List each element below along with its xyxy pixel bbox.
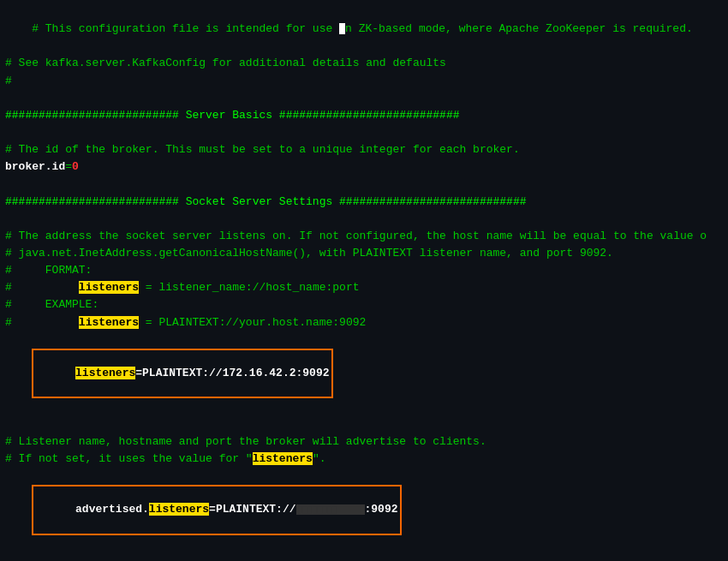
line-1-text2: n ZK-based mode, where Apache ZooKeeper … (345, 22, 693, 35)
highlight-listeners-2: listeners (79, 316, 139, 329)
line-6 (0, 124, 728, 141)
line-7: # The id of the broker. This must be set… (0, 141, 728, 158)
code-editor[interactable]: # This configuration file is intended fo… (0, 0, 728, 561)
line-8: broker.id=0 (0, 158, 728, 176)
line-11 (0, 211, 728, 228)
line-4 (0, 90, 728, 107)
line-5-section: ########################## Server Basics… (0, 107, 728, 124)
equals-sign: =PLAINTEXT://172.16.42.2:9092 (135, 367, 329, 379)
line-16: # EXAMPLE: (0, 296, 728, 313)
highlight-listeners-3: listeners (75, 367, 135, 379)
line-15: # listeners = listener_name://host_name:… (0, 279, 728, 296)
line-2: # See kafka.server.KafkaConfig for addit… (0, 55, 728, 72)
line-1-text: # This configuration file is intended fo… (32, 22, 339, 35)
line-9 (0, 176, 728, 193)
line-19 (0, 416, 728, 433)
line-23 (0, 552, 728, 561)
line-10-section: ########################## Socket Server… (0, 194, 728, 211)
highlight-listeners-1: listeners (79, 281, 139, 294)
line-17: # listeners = PLAINTEXT://your.host.name… (0, 314, 728, 331)
line-20: # Listener name, hostname and port the b… (0, 433, 728, 451)
listeners-property-box: listeners=PLAINTEXT://172.16.42.2:9092 (32, 349, 332, 399)
prop-val-broker: 0 (72, 160, 79, 173)
advertised-listeners-property-box: advertised.listeners=PLAINTEXT://███████… (32, 485, 401, 535)
line-18: listeners=PLAINTEXT://172.16.42.2:9092 (0, 331, 728, 416)
redacted-ip: ████████ (296, 504, 365, 515)
line-14: # FORMAT: (0, 262, 728, 279)
prop-key-broker: broker.id (5, 160, 65, 173)
line-22: advertised.listeners=PLAINTEXT://███████… (0, 468, 728, 552)
highlight-listeners-4: listeners (253, 452, 313, 465)
highlight-listeners-5: listeners (149, 503, 209, 516)
advertised-port: :9092 (365, 503, 398, 516)
line-3: # (0, 73, 728, 90)
advertised-key: advertised. (75, 503, 149, 516)
line-1: # This configuration file is intended fo… (0, 3, 728, 55)
line-13: # java.net.InetAddress.getCanonicalHostN… (0, 245, 728, 262)
line-21: # If not set, it uses the value for "lis… (0, 451, 728, 468)
advertised-value: =PLAINTEXT:// (209, 503, 295, 516)
eq: = (65, 160, 72, 173)
line-12: # The address the socket server listens … (0, 228, 728, 245)
